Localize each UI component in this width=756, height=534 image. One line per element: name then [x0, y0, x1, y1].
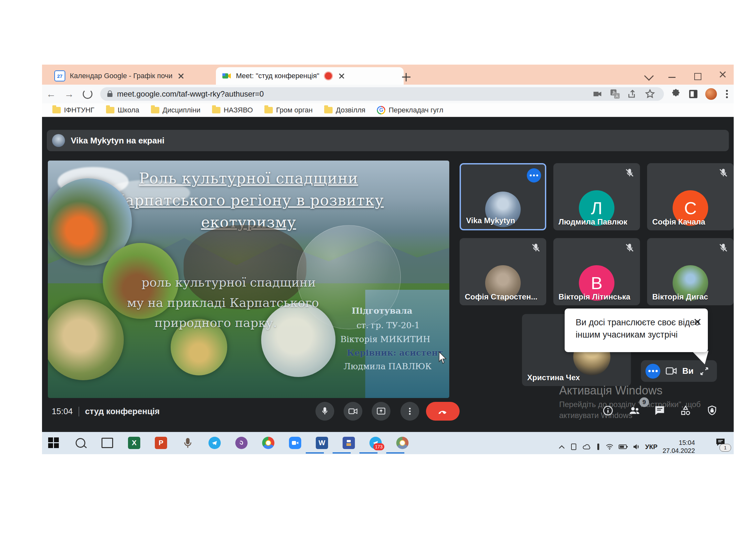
camera-button[interactable] — [343, 402, 362, 420]
your-phone-icon[interactable] — [570, 443, 577, 450]
usb-device-icon[interactable] — [596, 443, 601, 451]
wifi-icon[interactable] — [606, 444, 613, 450]
chrome-icon[interactable] — [261, 436, 275, 450]
google-icon — [377, 106, 385, 114]
tray-chevron-icon[interactable] — [558, 445, 565, 449]
folder-icon — [212, 107, 220, 114]
bookmark-folder[interactable]: ІФНТУНГ — [48, 105, 99, 116]
tooltip-text: іншим учасникам зустрічі — [576, 330, 678, 340]
participant-tile-vika[interactable]: Vika Mykytyn — [460, 163, 546, 230]
share-icon[interactable] — [627, 89, 638, 99]
folder-icon — [106, 107, 114, 114]
tab-close-icon[interactable] — [177, 72, 185, 80]
participant-tile-liudmyla[interactable]: Л Людмила Павлюк — [554, 163, 640, 230]
tab-search-chevron-icon[interactable] — [642, 70, 655, 83]
notification-center-button[interactable]: 1 — [715, 437, 730, 451]
floppy-save-icon[interactable] — [342, 436, 356, 450]
bookmark-label: ІФНТУНГ — [64, 106, 94, 114]
window-close-button[interactable] — [718, 70, 731, 83]
reload-button[interactable] — [83, 89, 93, 99]
bookmark-folder[interactable]: Гром орган — [260, 105, 317, 116]
tooltip-close-icon[interactable] — [693, 318, 702, 327]
host-controls-shield-icon[interactable] — [706, 404, 718, 417]
back-button[interactable]: ← — [42, 89, 60, 99]
bookmark-label: Дисципліни — [163, 106, 201, 114]
meeting-title: студ конференція — [85, 406, 160, 417]
window-restore-button[interactable] — [692, 70, 705, 83]
tray-date: 27.04.2022 — [662, 447, 695, 454]
bookmark-folder[interactable]: Дозвілля — [320, 105, 370, 116]
present-button[interactable] — [372, 402, 391, 420]
divider — [79, 407, 79, 417]
lock-icon — [107, 93, 113, 97]
still-broadcasting-tooltip: Ви досі транслюєте своє відео іншим учас… — [565, 309, 708, 352]
camera-in-use-icon[interactable] — [592, 89, 603, 99]
tab-calendar[interactable]: 27 Календар Google - Графік почи — [48, 67, 225, 85]
more-options-button[interactable] — [400, 402, 419, 420]
participant-name: Вікторія Літинська — [558, 292, 630, 301]
powerpoint-icon[interactable]: P — [154, 436, 168, 450]
bookmark-folder[interactable]: Дисципліни — [147, 105, 205, 116]
word-icon[interactable]: W — [315, 436, 329, 450]
self-view-controls[interactable]: Ви — [641, 360, 717, 382]
participants-icon[interactable] — [628, 404, 641, 417]
bookmark-folder[interactable]: НАЗЯВО — [207, 105, 257, 116]
screenshot-root: 27 Календар Google - Графік почи Meet: "… — [0, 0, 756, 534]
mic-button[interactable] — [315, 402, 334, 420]
language-indicator[interactable]: УКР — [645, 443, 658, 451]
reading-mode-icon[interactable] — [688, 89, 699, 99]
telegram-unread-icon[interactable]: 173 — [368, 436, 383, 450]
tab-meet[interactable]: Meet: "студ конференція" — [216, 67, 404, 85]
mouse-cursor — [438, 351, 448, 365]
self-camera-icon[interactable] — [665, 366, 677, 376]
chat-icon[interactable] — [654, 404, 666, 417]
expand-icon[interactable] — [699, 366, 710, 377]
bookmark-label: Школа — [118, 106, 139, 114]
tab-close-icon[interactable] — [338, 72, 346, 80]
volume-icon[interactable] — [633, 444, 640, 450]
credit-group: ст. гр. ТУ-20-1 — [357, 320, 420, 330]
self-options-icon[interactable] — [645, 364, 660, 379]
end-call-button[interactable] — [426, 402, 460, 420]
mic-off-icon — [624, 168, 635, 178]
meeting-details-info-icon[interactable] — [602, 404, 614, 417]
excel-icon[interactable]: X — [127, 436, 141, 450]
profile-avatar[interactable] — [705, 88, 717, 100]
participant-tile-viktoria-d[interactable]: Вікторія Дигас — [647, 238, 734, 305]
extensions-puzzle-icon[interactable] — [670, 89, 681, 99]
tray-clock[interactable]: 15:04 27.04.2022 — [662, 439, 695, 455]
viber-icon[interactable] — [234, 436, 249, 450]
windows-activation-line3: активувати Windows — [559, 411, 632, 420]
browser-menu-icon[interactable] — [726, 93, 728, 95]
onedrive-cloud-icon[interactable] — [582, 444, 591, 450]
bookmarks-bar: ІФНТУНГ Школа Дисципліни НАЗЯВО Гром орг… — [42, 103, 734, 117]
address-bar[interactable]: meet.google.com/taf-wwgt-rky?authuser=0 … — [100, 87, 664, 101]
voice-recorder-icon[interactable] — [181, 436, 195, 450]
tab-title: Календар Google - Графік почи — [70, 72, 172, 80]
url-text[interactable]: meet.google.com/taf-wwgt-rky?authuser=0 — [117, 89, 589, 98]
svg-text:A: A — [615, 94, 618, 98]
chrome-profile-icon[interactable] — [395, 436, 410, 450]
credit-prepared-by: Підготувала — [352, 306, 413, 316]
participant-tile-sofia-k[interactable]: С Софія Качала — [647, 163, 734, 230]
search-button[interactable] — [73, 436, 88, 450]
translate-icon[interactable]: あA — [609, 89, 621, 99]
tile-options-icon[interactable] — [527, 168, 541, 183]
activities-icon[interactable] — [679, 404, 692, 417]
tab-title: Meet: "студ конференція" — [236, 72, 319, 80]
start-button[interactable] — [46, 436, 61, 450]
participant-tile-sofia-s[interactable]: Софія Старостен... — [460, 238, 546, 305]
forward-button[interactable]: → — [60, 89, 78, 99]
new-tab-button[interactable] — [401, 72, 412, 83]
bookmark-google-translate[interactable]: Перекладач гугл — [372, 105, 448, 116]
bookmark-star-icon[interactable] — [644, 89, 656, 99]
participant-tile-viktoria-l[interactable]: В Вікторія Літинська — [554, 238, 640, 305]
shared-presentation-slide[interactable]: Роль культурної спадщини Карпатського ре… — [48, 161, 449, 398]
task-view-button[interactable] — [100, 436, 114, 450]
telegram-icon[interactable] — [207, 436, 222, 450]
zoom-icon[interactable] — [288, 436, 302, 450]
bookmark-folder[interactable]: Школа — [101, 105, 144, 116]
battery-icon[interactable] — [619, 444, 628, 449]
presenting-banner: Vika Mykytyn на екрані — [47, 130, 729, 151]
system-tray[interactable]: УКР 15:04 27.04.2022 — [558, 439, 695, 455]
